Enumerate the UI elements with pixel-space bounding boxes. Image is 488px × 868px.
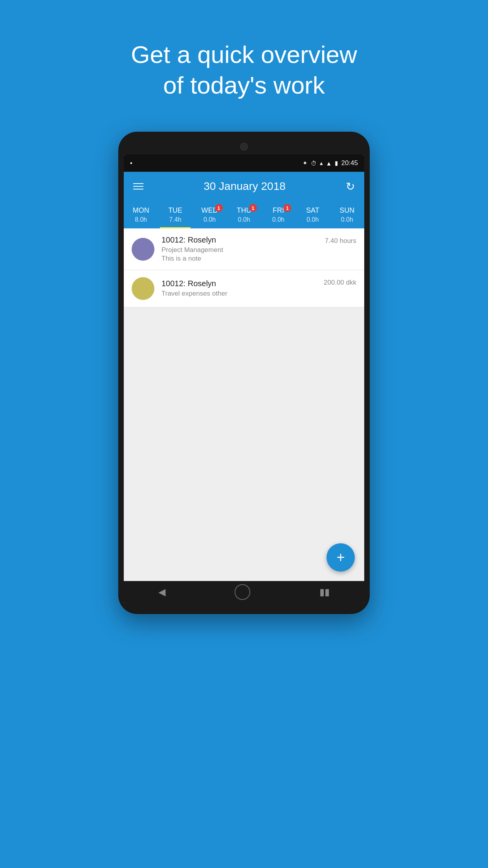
home-button[interactable] xyxy=(235,584,250,600)
status-bar: ▪ ✦ ⏱ ▴ ▲ ▮ 20:45 xyxy=(124,154,364,172)
hero-text: Get a quick overview of today's work xyxy=(99,39,388,100)
add-button[interactable]: + xyxy=(327,543,355,572)
avatar xyxy=(132,277,154,300)
phone-screen: ▪ ✦ ⏱ ▴ ▲ ▮ 20:45 30 January 2018 ↻ xyxy=(124,154,364,603)
status-bar-right: ✦ ⏱ ▴ ▲ ▮ 20:45 xyxy=(303,159,358,167)
item-info: 10012: Roselyn Travel expenses other xyxy=(161,279,324,298)
bluetooth-icon: ✦ xyxy=(303,160,308,167)
status-bar-left: ▪ xyxy=(130,160,134,167)
item-value: 200.00 dkk xyxy=(324,279,356,287)
item-subtitle: Project Management xyxy=(161,246,325,254)
recents-button[interactable]: ▮▮ xyxy=(319,587,330,598)
signal-icon: ▲ xyxy=(326,160,332,167)
battery-icon: ▮ xyxy=(335,160,338,167)
item-title: 10012: Roselyn xyxy=(161,235,325,245)
content-list: 10012: Roselyn Project Management This i… xyxy=(124,228,364,307)
friday-badge: 1 xyxy=(283,204,291,212)
add-icon: + xyxy=(336,550,345,565)
item-subtitle: Travel expenses other xyxy=(161,290,324,298)
alarm-icon: ⏱ xyxy=(311,160,317,167)
day-thursday[interactable]: 1 THU 0.0h xyxy=(229,203,259,228)
thursday-badge: 1 xyxy=(249,204,257,212)
wifi-icon: ▴ xyxy=(320,160,323,167)
day-friday[interactable]: 1 FRI 0.0h xyxy=(263,203,294,228)
item-title: 10012: Roselyn xyxy=(161,279,324,288)
day-tuesday[interactable]: TUE 7.4h xyxy=(160,203,191,228)
list-item[interactable]: 10012: Roselyn Project Management This i… xyxy=(124,228,364,270)
notification-icon: ▪ xyxy=(130,160,132,167)
back-button[interactable]: ◀ xyxy=(158,587,165,598)
content-empty xyxy=(124,307,364,543)
day-wednesday[interactable]: 1 WED 0.0h xyxy=(194,203,225,228)
hero-section: Get a quick overview of today's work xyxy=(99,0,388,132)
list-item[interactable]: 10012: Roselyn Travel expenses other 200… xyxy=(124,270,364,307)
refresh-button[interactable]: ↻ xyxy=(346,180,355,193)
fab-container: + xyxy=(124,543,364,581)
app-bar: 30 January 2018 ↻ xyxy=(124,172,364,201)
item-info: 10012: Roselyn Project Management This i… xyxy=(161,235,325,263)
phone-camera xyxy=(240,143,248,151)
menu-button[interactable] xyxy=(133,183,143,189)
day-monday[interactable]: MON 8.0h xyxy=(126,203,156,228)
item-value: 7.40 hours xyxy=(325,237,356,245)
app-bar-title: 30 January 2018 xyxy=(204,180,286,193)
day-sunday[interactable]: SUN 0.0h xyxy=(332,203,362,228)
wednesday-badge: 1 xyxy=(215,204,223,212)
phone-top-bar xyxy=(124,143,364,151)
status-time: 20:45 xyxy=(341,159,358,167)
avatar xyxy=(132,238,154,261)
phone-frame: ▪ ✦ ⏱ ▴ ▲ ▮ 20:45 30 January 2018 ↻ xyxy=(118,132,370,614)
day-saturday[interactable]: SAT 0.0h xyxy=(297,203,328,228)
week-navigation: MON 8.0h TUE 7.4h 1 WED 0.0h 1 THU 0.0h … xyxy=(124,201,364,228)
item-note: This is a note xyxy=(161,255,325,263)
bottom-navigation: ◀ ▮▮ xyxy=(124,581,364,603)
